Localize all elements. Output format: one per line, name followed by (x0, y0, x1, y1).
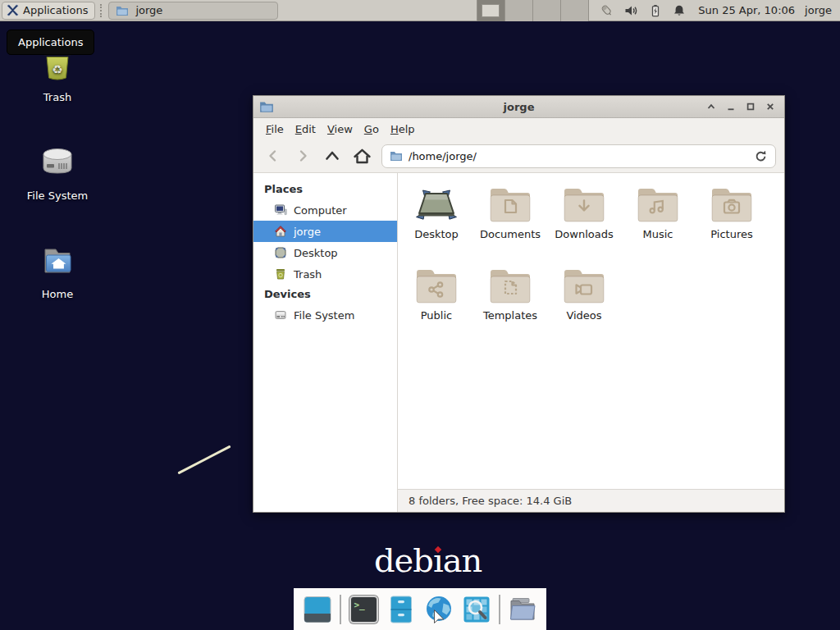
volume-icon[interactable] (624, 4, 638, 17)
shade-button[interactable] (705, 102, 716, 112)
titlebar[interactable]: jorge (253, 96, 784, 118)
sidebar-item-desktop[interactable]: Desktop (253, 242, 397, 263)
show-desktop-button[interactable] (302, 594, 333, 625)
desktop-icon-home[interactable]: Home (18, 241, 97, 300)
folder-document-icon (487, 183, 533, 226)
folder-icon (116, 5, 129, 16)
notifications-bell-icon[interactable] (673, 4, 686, 17)
minimize-button[interactable] (725, 102, 736, 112)
menu-file[interactable]: File (260, 121, 290, 138)
folder-template-icon (487, 264, 533, 307)
home-button[interactable] (347, 144, 377, 167)
home-folder-icon (38, 241, 77, 281)
menu-go[interactable]: Go (358, 121, 385, 138)
sidebar-item-label: Computer (294, 204, 347, 217)
logo-text-post: an (443, 541, 482, 579)
path-bar[interactable]: /home/jorge/ (381, 144, 776, 168)
file-icon-downloads[interactable]: Downloads (547, 183, 621, 264)
sidebar-header-devices: Devices (253, 285, 397, 304)
computer-icon (274, 203, 287, 217)
statusbar-text: 8 folders, Free space: 14.4 GiB (409, 495, 572, 507)
statusbar: 8 folders, Free space: 14.4 GiB (398, 489, 784, 512)
workspace-switcher (477, 0, 589, 21)
web-browser-launcher[interactable] (423, 594, 454, 625)
sidebar-item-jorge[interactable]: jorge (253, 221, 397, 242)
file-icon-templates[interactable]: Templates (473, 264, 547, 345)
mouse-icon[interactable] (600, 3, 614, 17)
stray-line-artifact (177, 445, 231, 475)
workspace-2[interactable] (505, 0, 533, 21)
app-finder-launcher[interactable] (461, 594, 492, 625)
workspace-1[interactable] (477, 0, 505, 21)
file-label: Downloads (555, 228, 613, 240)
panel-handle[interactable] (100, 4, 105, 17)
sidebar-item-computer[interactable]: Computer (253, 199, 397, 221)
xfce-logo-icon (7, 4, 19, 16)
sidebar-item-file-system[interactable]: File System (253, 304, 397, 326)
hard-drive-icon (274, 308, 287, 322)
file-label: Templates (483, 309, 537, 322)
desktop-icon-label: Home (42, 288, 73, 300)
back-button[interactable] (258, 144, 288, 167)
folder-share-icon (413, 264, 459, 307)
sidebar-header-places: Places (253, 180, 397, 199)
desktop-trapezoid-icon (413, 183, 459, 226)
applications-label: Applications (23, 4, 88, 16)
forward-button[interactable] (288, 144, 317, 167)
applications-menu-button[interactable]: Applications (2, 2, 95, 20)
panel-clock[interactable]: Sun 25 Apr, 10:06 (698, 4, 795, 16)
file-label: Documents (480, 228, 541, 240)
dock-separator (499, 595, 500, 624)
menu-help[interactable]: Help (385, 121, 421, 138)
applications-tooltip: Applications (7, 30, 94, 55)
logo-letter-i: ı (433, 544, 443, 577)
menu-edit[interactable]: Edit (290, 121, 322, 138)
battery-charging-icon[interactable] (649, 4, 662, 17)
maximize-button[interactable] (745, 102, 756, 112)
file-label: Desktop (414, 228, 459, 240)
folder-launcher[interactable] (507, 594, 538, 625)
file-manager-window: jorge File Edit View Go Help (253, 95, 785, 513)
debian-wallpaper-logo: debıan (374, 544, 482, 577)
file-icon-public[interactable]: Public (399, 264, 473, 345)
close-button[interactable] (765, 102, 775, 112)
desktop-icon-file-system[interactable]: File System (18, 143, 97, 202)
tooltip-text: Applications (18, 36, 83, 48)
sidebar-item-label: jorge (294, 226, 321, 238)
sidebar: Places Computer jorge (253, 173, 398, 512)
folder-video-icon (561, 264, 607, 307)
terminal-icon: >_ (349, 596, 378, 623)
file-icon-pictures[interactable]: Pictures (695, 183, 769, 264)
file-cabinet-icon (386, 594, 417, 625)
dock-panel: >_ (294, 588, 546, 630)
path-text: /home/jorge/ (409, 150, 477, 162)
terminal-launcher[interactable]: >_ (348, 594, 379, 625)
folder-music-icon (635, 183, 681, 226)
trash-icon (274, 267, 287, 281)
svg-text:♻: ♻ (52, 62, 62, 77)
menu-view[interactable]: View (322, 121, 358, 138)
terminal-prompt-glyph: >_ (354, 600, 365, 610)
file-icon-desktop[interactable]: Desktop (399, 183, 473, 264)
file-view: Desktop Documents (398, 173, 784, 512)
sidebar-item-label: File System (294, 309, 354, 322)
desktop-screen: Applications jorge (0, 0, 840, 630)
workspace-3[interactable] (533, 0, 561, 21)
file-icon-music[interactable]: Music (621, 183, 695, 264)
desktop-icon-label: Trash (43, 91, 71, 103)
file-icon-videos[interactable]: Videos (547, 264, 621, 345)
file-label: Public (421, 309, 452, 322)
dock-separator (340, 595, 341, 624)
panel-username[interactable]: jorge (805, 4, 832, 16)
file-cabinet-launcher[interactable] (386, 594, 417, 625)
menubar: File Edit View Go Help (253, 118, 784, 139)
up-button[interactable] (317, 144, 347, 167)
home-icon (274, 225, 287, 238)
sidebar-item-label: Desktop (294, 247, 338, 259)
taskbar-window-button[interactable]: jorge (108, 2, 278, 20)
workspace-4[interactable] (561, 0, 589, 21)
reload-icon[interactable] (754, 149, 768, 163)
file-icon-documents[interactable]: Documents (473, 183, 547, 264)
path-folder-icon (390, 150, 403, 162)
sidebar-item-trash[interactable]: Trash (253, 263, 397, 285)
